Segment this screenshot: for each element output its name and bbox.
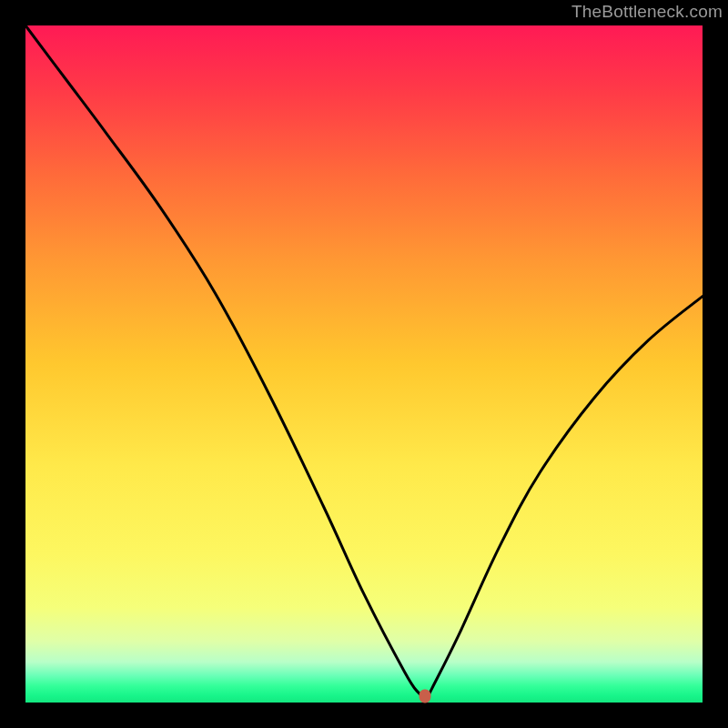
watermark-text: TheBottleneck.com xyxy=(571,2,723,22)
bottleneck-marker xyxy=(419,689,430,703)
bottleneck-curve xyxy=(25,25,703,703)
chart-frame: TheBottleneck.com xyxy=(0,0,728,728)
